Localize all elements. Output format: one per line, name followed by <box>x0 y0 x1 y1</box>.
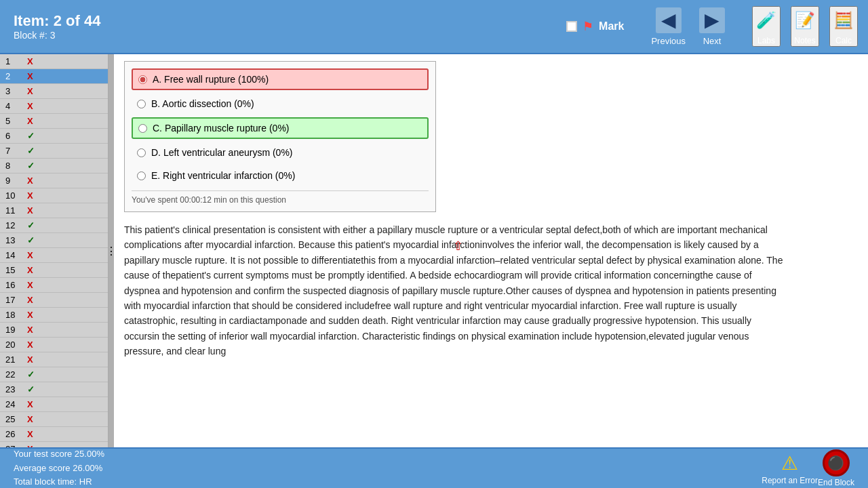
sidebar-item-number: 14 <box>5 250 24 260</box>
mark-label[interactable]: Mark <box>599 20 624 33</box>
sidebar-item[interactable]: 11X <box>0 203 108 218</box>
calc-label: Calc <box>835 36 852 45</box>
sidebar-item[interactable]: 23✓ <box>0 382 108 397</box>
answer-text: C. Papillary muscle rupture (0%) <box>153 123 290 134</box>
previous-arrow-icon: ◀ <box>656 7 682 33</box>
sidebar-item-number: 25 <box>5 414 24 424</box>
sidebar-item-mark: ✓ <box>27 384 35 394</box>
warning-icon: ⚠ <box>781 452 798 474</box>
answer-option[interactable]: E. Right ventricular infarction (0%) <box>132 166 429 185</box>
score-line1: Your test score 25.00% <box>14 447 762 462</box>
sidebar-item[interactable]: 22✓ <box>0 367 108 382</box>
answer-option[interactable]: A. Free wall rupture (100%) <box>132 68 429 90</box>
labs-button[interactable]: 🧪 Labs <box>752 6 781 47</box>
answer-option[interactable]: C. Papillary muscle rupture (0%) <box>132 117 429 139</box>
report-error-label: Report an Error <box>762 476 818 485</box>
sidebar-item-mark: X <box>27 176 33 186</box>
sidebar-item[interactable]: 6✓ <box>0 129 108 144</box>
sidebar-item-mark: X <box>27 295 33 305</box>
sidebar-item-number: 20 <box>5 340 24 350</box>
sidebar-item[interactable]: 17X <box>0 293 108 308</box>
sidebar-item-number: 16 <box>5 280 24 290</box>
end-block-button[interactable]: ⚫ End Block <box>818 449 854 487</box>
resize-handle[interactable]: ⋮ <box>108 54 114 447</box>
sidebar-item[interactable]: 13✓ <box>0 233 108 248</box>
sidebar-item[interactable]: 2X <box>0 69 108 84</box>
sidebar-item[interactable]: 24X <box>0 397 108 412</box>
sidebar-item-mark: X <box>27 101 33 111</box>
calc-icon: 🧮 <box>831 7 856 33</box>
sidebar-item-number: 17 <box>5 295 24 305</box>
sidebar-item-number: 10 <box>5 190 24 201</box>
sidebar-item-mark: ✓ <box>27 146 35 156</box>
sidebar-item-mark: X <box>27 265 33 275</box>
next-button[interactable]: ▶ Next <box>699 7 725 46</box>
answer-text: E. Right ventricular infarction (0%) <box>151 170 295 181</box>
item-title: Item: 2 of 44 <box>14 12 566 30</box>
sidebar-item[interactable]: 18X <box>0 308 108 323</box>
sidebar-item[interactable]: 9X <box>0 174 108 188</box>
sidebar-item-number: 13 <box>5 235 24 245</box>
mark-flag-icon: ⚑ <box>583 19 593 34</box>
sidebar: 1X2X3X4X5X6✓7✓8✓9X10X11X12✓13✓14X15X16X1… <box>0 54 108 447</box>
sidebar-item[interactable]: 3X <box>0 84 108 99</box>
sidebar-item-number: 26 <box>5 429 24 439</box>
sidebar-item-mark: X <box>27 116 33 126</box>
sidebar-item[interactable]: 5X <box>0 114 108 129</box>
notes-button[interactable]: 📝 Notes <box>791 6 819 47</box>
sidebar-item[interactable]: 26X <box>0 427 108 442</box>
content-area: A. Free wall rupture (100%)B. Aortic dis… <box>114 54 868 447</box>
sidebar-item[interactable]: 19X <box>0 323 108 338</box>
sidebar-item-number: 2 <box>5 71 24 81</box>
sidebar-item-number: 11 <box>5 205 24 216</box>
sidebar-item[interactable]: 1X <box>0 54 108 69</box>
explanation-text: This patient's clinical presentation is … <box>124 222 789 359</box>
sidebar-item[interactable]: 25X <box>0 412 108 427</box>
answer-option[interactable]: D. Left ventricular aneurysm (0%) <box>132 143 429 162</box>
sidebar-item[interactable]: 16X <box>0 278 108 293</box>
labs-icon: 🧪 <box>753 7 779 33</box>
sidebar-item-number: 7 <box>5 146 24 156</box>
sidebar-item-mark: ✓ <box>27 220 35 230</box>
answer-radio[interactable] <box>137 148 146 157</box>
sidebar-item-number: 15 <box>5 265 24 275</box>
sidebar-item[interactable]: 7✓ <box>0 144 108 159</box>
answer-option[interactable]: B. Aortic dissection (0%) <box>132 94 429 113</box>
sidebar-item-number: 4 <box>5 101 24 111</box>
header: Item: 2 of 44 Block #: 3 ⚑ Mark ◀ Previo… <box>0 0 868 54</box>
sidebar-item[interactable]: 15X <box>0 263 108 278</box>
sidebar-item[interactable]: 8✓ <box>0 159 108 174</box>
answer-radio[interactable] <box>138 75 147 84</box>
sidebar-item-number: 8 <box>5 161 24 171</box>
sidebar-item-number: 5 <box>5 116 24 126</box>
sidebar-item-number: 9 <box>5 176 24 186</box>
report-error-button[interactable]: ⚠ Report an Error <box>762 452 818 485</box>
sidebar-item-number: 6 <box>5 131 24 141</box>
sidebar-item[interactable]: 20X <box>0 338 108 352</box>
sidebar-item[interactable]: 21X <box>0 352 108 367</box>
sidebar-item-mark: X <box>27 205 33 216</box>
next-label: Next <box>703 36 722 46</box>
sidebar-item-number: 24 <box>5 399 24 409</box>
labs-label: Labs <box>757 36 775 45</box>
answer-text: B. Aortic dissection (0%) <box>151 98 254 109</box>
sidebar-item-number: 21 <box>5 354 24 365</box>
sidebar-item[interactable]: 27X <box>0 442 108 447</box>
answer-radio[interactable] <box>137 171 146 180</box>
block-number: Block #: 3 <box>14 30 566 41</box>
answer-text: A. Free wall rupture (100%) <box>153 74 269 85</box>
sidebar-item[interactable]: 4X <box>0 99 108 114</box>
notes-label: Notes <box>794 36 815 45</box>
sidebar-item-mark: X <box>27 325 33 335</box>
sidebar-item-mark: X <box>27 414 33 424</box>
bottom-bar: Your test score 25.00% Average score 26.… <box>0 447 868 488</box>
calc-button[interactable]: 🧮 Calc <box>829 6 858 47</box>
stop-icon: ⚫ <box>823 449 850 476</box>
mark-checkbox[interactable] <box>566 21 577 32</box>
previous-button[interactable]: ◀ Previous <box>651 7 686 46</box>
sidebar-item[interactable]: 14X <box>0 248 108 263</box>
answer-radio[interactable] <box>137 100 146 108</box>
sidebar-item[interactable]: 12✓ <box>0 218 108 233</box>
sidebar-item[interactable]: 10X <box>0 188 108 203</box>
answer-radio[interactable] <box>138 124 147 133</box>
